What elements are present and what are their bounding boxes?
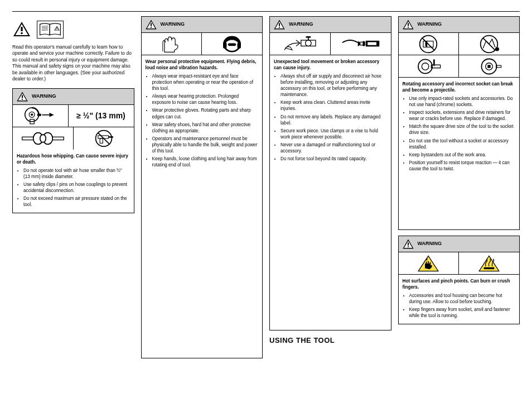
impact-wrench-icon xyxy=(13,105,69,127)
svg-rect-30 xyxy=(108,136,113,138)
svg-point-44 xyxy=(279,27,280,28)
svg-marker-21 xyxy=(50,113,54,117)
warning-triangle-icon xyxy=(145,19,157,30)
warning-header-hot-pinch: WARNING xyxy=(399,236,520,252)
svg-rect-40 xyxy=(238,42,241,48)
svg-rect-43 xyxy=(279,23,280,26)
svg-rect-39 xyxy=(223,42,226,48)
warning-box-ppe: WARNING xyxy=(141,16,263,358)
warning-box-hose: WARNING xyxy=(12,88,134,214)
svg-rect-81 xyxy=(484,267,495,269)
svg-marker-52 xyxy=(357,40,360,46)
warning-triangle-icon xyxy=(273,19,286,30)
svg-rect-72 xyxy=(487,65,490,68)
svg-point-11 xyxy=(56,29,57,30)
spec-text: ≥ ½" (13 mm) xyxy=(69,105,134,127)
svg-rect-76 xyxy=(407,242,408,245)
warning-triangle-icon xyxy=(16,91,28,102)
svg-rect-56 xyxy=(407,23,408,26)
svg-point-66 xyxy=(422,63,429,70)
svg-point-26 xyxy=(40,135,46,142)
svg-marker-61 xyxy=(425,41,428,47)
warning-triangle-icon xyxy=(402,19,414,30)
svg-marker-69 xyxy=(433,64,436,66)
pin-ring-retainer-icon xyxy=(399,55,460,78)
svg-rect-34 xyxy=(150,23,151,26)
warning-header-ppe: WARNING xyxy=(142,17,263,33)
warning-box-disconnect: WARNING xyxy=(269,16,391,330)
svg-rect-31 xyxy=(100,138,103,143)
svg-point-64 xyxy=(495,47,499,51)
svg-rect-48 xyxy=(306,36,311,38)
warning-title: WARNING xyxy=(418,21,442,28)
no-pressure-trigger-icon xyxy=(74,127,134,150)
svg-rect-10 xyxy=(57,27,57,28)
svg-rect-19 xyxy=(37,114,41,116)
warning-header-hose: WARNING xyxy=(13,89,134,105)
using-tool-heading: USING THE TOOL xyxy=(269,336,391,346)
warning-title: WARNING xyxy=(161,21,185,28)
svg-line-59 xyxy=(423,38,435,50)
svg-point-46 xyxy=(306,40,312,46)
gloves-icon xyxy=(142,33,202,55)
hose-clip-icon xyxy=(13,127,74,150)
svg-rect-38 xyxy=(228,43,236,46)
svg-rect-68 xyxy=(433,59,435,64)
svg-rect-2 xyxy=(21,27,22,31)
warning-box-hot-pinch: WARNING xyxy=(398,236,520,324)
warning-body-sockets: Rotating accessory and incorrect socket … xyxy=(399,78,520,229)
svg-point-15 xyxy=(22,99,23,100)
warning-body-hose: Hazardous hose whipping. Can cause sever… xyxy=(13,150,134,213)
warning-box-sockets: WARNING xyxy=(398,16,520,230)
hot-surface-icon xyxy=(459,252,519,275)
svg-point-3 xyxy=(21,32,23,35)
no-worn-socket-icon xyxy=(459,33,519,55)
warning-header-sockets: WARNING xyxy=(399,17,520,33)
svg-point-35 xyxy=(150,27,151,28)
warning-header-disconnect: WARNING xyxy=(270,17,391,33)
read-manual-icon xyxy=(37,21,64,39)
warning-title: WARNING xyxy=(32,93,56,100)
column-1: Read this operator's manual carefully to… xyxy=(12,16,134,358)
warning-title: WARNING xyxy=(418,241,442,247)
warning-body-ppe: Wear personal protective equipment. Flyi… xyxy=(142,55,263,358)
warning-body-hot-pinch: Hot surfaces and pinch points. Can burn … xyxy=(399,275,520,324)
shutoff-air-icon xyxy=(270,33,331,55)
no-chrome-socket-icon xyxy=(399,33,460,55)
disconnect-hose-icon xyxy=(331,33,391,55)
svg-rect-50 xyxy=(367,42,376,45)
warning-triangle-icon xyxy=(12,21,31,37)
svg-point-65 xyxy=(418,59,432,73)
column-3: WARNING xyxy=(269,16,391,358)
column-4: WARNING xyxy=(398,16,520,358)
warning-body-disconnect: Unexpected tool movement or broken acces… xyxy=(270,55,391,330)
svg-point-57 xyxy=(407,27,408,28)
head-eye-ear-protection-icon xyxy=(202,33,262,55)
hand-injury-icon xyxy=(399,252,460,275)
read-manual-row xyxy=(12,21,134,39)
svg-point-77 xyxy=(407,246,408,247)
intro-text: Read this operator's manual carefully to… xyxy=(12,44,134,83)
svg-point-18 xyxy=(31,114,33,116)
svg-rect-53 xyxy=(362,41,365,46)
hog-ring-retainer-icon xyxy=(459,55,519,78)
warning-title: WARNING xyxy=(289,21,313,28)
svg-rect-14 xyxy=(22,95,23,98)
warning-triangle-icon xyxy=(402,238,414,250)
column-2: WARNING xyxy=(141,16,263,358)
